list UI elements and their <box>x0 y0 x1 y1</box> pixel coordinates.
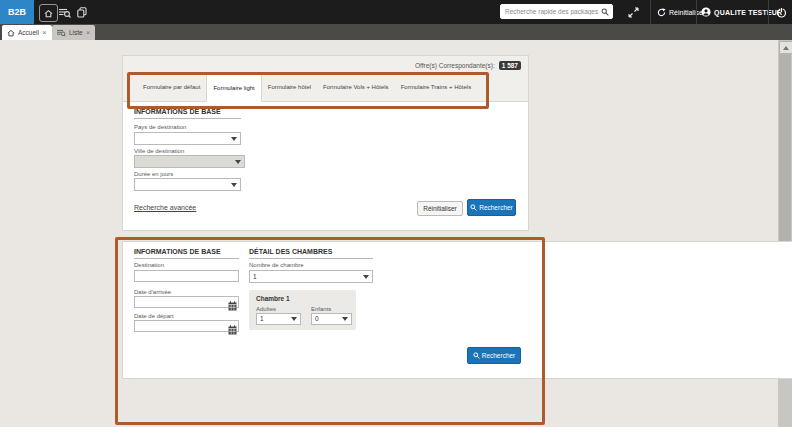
home-icon <box>7 29 15 37</box>
reset-button[interactable]: Réinitialiser <box>417 201 463 216</box>
copy-button[interactable] <box>76 6 88 18</box>
search-button[interactable]: Rechercher <box>467 347 521 364</box>
duration-select[interactable] <box>134 178 241 191</box>
offers-bar: Offre(s) Correspondante(s): 1 587 <box>123 56 528 74</box>
form-tab-trains-hotels[interactable]: Formulaire Trains + Hôtels <box>395 74 478 101</box>
screen: B2B <box>0 0 792 427</box>
tab-label: Liste <box>69 29 83 36</box>
search-button-label: Rechercher <box>479 204 513 211</box>
calendar-icon[interactable] <box>228 321 237 339</box>
hotel-search-card: INFORMATIONS DE BASE Destination Date d'… <box>122 241 792 379</box>
form-tab-defaut[interactable]: Formulaire par défaut <box>137 74 206 101</box>
search-icon <box>470 204 477 211</box>
departure-date-label: Date de départ <box>134 313 174 319</box>
close-icon[interactable]: × <box>86 29 91 37</box>
departure-date-input[interactable] <box>134 320 239 332</box>
arrival-date-label: Date d'arrivée <box>134 289 171 295</box>
chevron-down-icon <box>235 160 241 164</box>
chevron-up-icon <box>783 46 789 50</box>
chevron-down-icon <box>231 137 237 141</box>
close-icon[interactable]: × <box>42 29 47 37</box>
advanced-search-link[interactable]: Recherche avancée <box>134 204 196 211</box>
search-button-label: Rechercher <box>482 352 516 359</box>
offers-count-label: Offre(s) Correspondante(s): <box>415 62 495 69</box>
form-tab-vols-hotels[interactable]: Formulaire Vols + Hôtels <box>317 74 395 101</box>
expand-icon <box>628 7 639 18</box>
offers-count-badge: 1 587 <box>499 61 521 70</box>
reset-label: Réinitialiser <box>669 9 705 16</box>
basic-search-card: Offre(s) Correspondante(s): 1 587 Formul… <box>122 55 529 231</box>
select-value: 1 <box>260 315 264 322</box>
select-value: 1 <box>253 273 257 280</box>
reset-session-button[interactable]: Réinitialiser <box>657 0 705 24</box>
brand-logo[interactable]: B2B <box>0 0 34 24</box>
form-tabs: Formulaire par défaut Formulaire light F… <box>123 74 528 102</box>
refresh-icon <box>657 8 666 17</box>
calendar-icon[interactable] <box>228 297 237 315</box>
chevron-down-icon <box>363 275 369 279</box>
search-icon[interactable] <box>601 8 609 16</box>
home-button[interactable] <box>39 4 58 22</box>
search-icon <box>473 352 480 359</box>
city-select[interactable] <box>134 155 245 168</box>
copy-icon <box>77 7 87 18</box>
user-icon <box>701 7 711 17</box>
form-tab-hotel[interactable]: Formulaire hôtel <box>262 74 317 101</box>
country-label: Pays de destination <box>134 124 186 130</box>
destination-input[interactable] <box>134 270 239 282</box>
chevron-down-icon <box>231 183 237 187</box>
rooms-count-label: Nombre de chambre <box>249 262 304 268</box>
window-tab-strip: Accueil × Liste × <box>0 24 792 40</box>
section-heading: INFORMATIONS DE BASE <box>134 108 241 119</box>
top-bar: B2B <box>0 0 792 24</box>
chevron-down-icon <box>291 317 297 321</box>
chevron-down-icon <box>342 317 348 321</box>
search-button[interactable]: Rechercher <box>467 199 516 216</box>
destination-label: Destination <box>134 262 164 268</box>
duration-label: Durée en jours <box>134 171 173 177</box>
basic-search-form: INFORMATIONS DE BASE Pays de destination… <box>123 102 528 232</box>
section-heading: DÉTAIL DES CHAMBRES <box>249 248 373 259</box>
power-icon <box>776 7 787 18</box>
select-value: 0 <box>315 315 319 322</box>
rooms-count-select[interactable]: 1 <box>249 270 373 283</box>
room-panel: Chambre 1 Adultes Enfants 1 0 <box>249 290 356 330</box>
list-search-button[interactable] <box>58 7 72 18</box>
package-search-input[interactable] <box>500 4 613 19</box>
children-select[interactable]: 0 <box>311 313 352 325</box>
children-label: Enfants <box>311 306 331 312</box>
list-search-icon <box>57 29 66 37</box>
tab-accueil[interactable]: Accueil × <box>2 25 52 40</box>
form-tab-light[interactable]: Formulaire light <box>206 74 261 102</box>
logout-button[interactable] <box>773 6 789 18</box>
country-select[interactable] <box>134 132 241 145</box>
list-search-icon <box>59 8 71 18</box>
home-icon <box>44 9 53 18</box>
tab-liste[interactable]: Liste × <box>52 25 95 40</box>
divider <box>768 0 769 24</box>
section-heading: INFORMATIONS DE BASE <box>134 248 239 259</box>
adults-label: Adultes <box>256 306 276 312</box>
user-menu-button[interactable]: QUALITE TESTEUR <box>701 0 782 24</box>
adults-select[interactable]: 1 <box>256 313 301 325</box>
tab-label: Accueil <box>18 29 39 36</box>
arrival-date-input[interactable] <box>134 296 239 308</box>
room-title: Chambre 1 <box>256 295 290 302</box>
divider <box>650 0 651 24</box>
fullscreen-button[interactable] <box>627 6 640 18</box>
divider <box>696 0 697 24</box>
city-label: Ville de destination <box>134 148 184 154</box>
scroll-up-button[interactable] <box>779 41 792 54</box>
